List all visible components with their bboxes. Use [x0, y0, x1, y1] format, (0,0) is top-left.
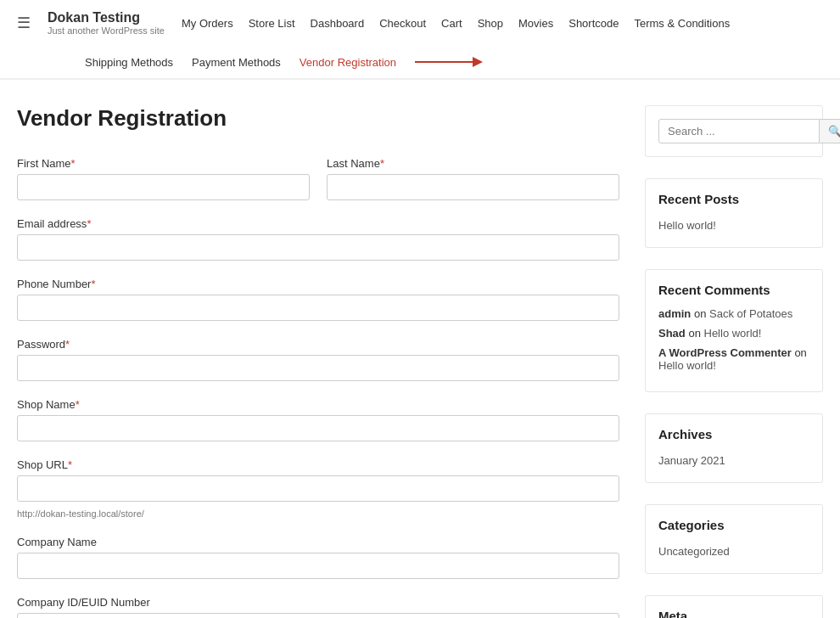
- phone-label: Phone Number*: [17, 278, 619, 290]
- recent-comments-title: Recent Comments: [658, 283, 809, 297]
- first-name-input[interactable]: [17, 174, 310, 200]
- category-uncategorized[interactable]: Uncategorized: [658, 542, 809, 560]
- comment-item-wp-commenter: A WordPress Commenter on Hello world!: [658, 346, 809, 372]
- company-name-label: Company Name: [17, 536, 619, 548]
- nav-shop[interactable]: Shop: [478, 17, 503, 30]
- page-title: Vendor Registration: [17, 105, 619, 132]
- archives-widget: Archives January 2021: [645, 413, 823, 483]
- sidebar: 🔍 Recent Posts Hello world! Recent Comme…: [645, 105, 823, 618]
- meta-widget: Meta Register Log in Entries feed Commen…: [645, 595, 823, 618]
- shop-url-hint: http://dokan-testing.local/store/: [17, 508, 619, 519]
- recent-comments-widget: Recent Comments admin on Sack of Potatoe…: [645, 269, 823, 392]
- search-button[interactable]: 🔍: [820, 119, 840, 143]
- site-title: Dokan Testing: [48, 10, 165, 25]
- main-nav: My Orders Store List Dashboard Checkout …: [182, 17, 730, 30]
- comment-item-shad: Shad on Hello world!: [658, 327, 809, 340]
- nav-dashboard[interactable]: Dashboard: [311, 17, 365, 30]
- name-row: First Name* Last Name*: [17, 157, 619, 200]
- first-name-group: First Name*: [17, 157, 310, 200]
- comment-link-hello-world-wp[interactable]: Hello world!: [658, 359, 716, 372]
- last-name-group: Last Name*: [327, 157, 619, 200]
- comment-author-admin: admin: [658, 307, 691, 320]
- subnav-shipping-methods[interactable]: Shipping Methods: [85, 56, 173, 69]
- company-id-label: Company ID/EUID Number: [17, 596, 619, 609]
- categories-title: Categories: [658, 518, 809, 532]
- categories-widget: Categories Uncategorized: [645, 504, 823, 574]
- email-group: Email address*: [17, 217, 619, 261]
- company-id-input[interactable]: [17, 613, 619, 618]
- archive-jan-2021[interactable]: January 2021: [658, 452, 809, 469]
- nav-terms-conditions[interactable]: Terms & Conditions: [634, 17, 730, 30]
- site-header: ☰ Dokan Testing Just another WordPress s…: [0, 0, 840, 80]
- phone-input[interactable]: [17, 295, 619, 321]
- password-group: Password*: [17, 338, 619, 381]
- company-name-group: Company Name: [17, 536, 619, 579]
- email-label: Email address*: [17, 217, 619, 230]
- nav-cart[interactable]: Cart: [441, 17, 462, 30]
- recent-posts-title: Recent Posts: [658, 192, 809, 206]
- search-box: 🔍: [658, 119, 809, 143]
- archives-title: Archives: [658, 427, 809, 441]
- vendor-registration-form: First Name* Last Name* Email address*: [17, 157, 619, 618]
- nav-my-orders[interactable]: My Orders: [182, 17, 233, 30]
- sub-nav: Shipping Methods Payment Methods Vendor …: [0, 46, 840, 79]
- search-widget: 🔍: [645, 105, 823, 157]
- arrow-indicator: [415, 54, 483, 70]
- last-name-label: Last Name*: [327, 157, 619, 170]
- recent-post-hello-world[interactable]: Hello world!: [658, 216, 809, 234]
- recent-posts-widget: Recent Posts Hello world!: [645, 178, 823, 248]
- content-area: Vendor Registration First Name* Last Nam…: [0, 80, 840, 618]
- comment-author-shad: Shad: [658, 327, 686, 340]
- comment-author-wp: A WordPress Commenter: [658, 346, 792, 359]
- comment-item-admin: admin on Sack of Potatoes: [658, 307, 809, 320]
- shop-name-group: Shop Name*: [17, 398, 619, 441]
- nav-shortcode[interactable]: Shortcode: [568, 17, 619, 30]
- subnav-vendor-registration[interactable]: Vendor Registration: [300, 56, 396, 69]
- company-id-group: Company ID/EUID Number: [17, 596, 619, 618]
- shop-url-input[interactable]: [17, 475, 619, 502]
- meta-title: Meta: [658, 609, 809, 618]
- main-content: Vendor Registration First Name* Last Nam…: [17, 105, 619, 618]
- nav-movies[interactable]: Movies: [518, 17, 553, 30]
- comment-link-hello-world-shad[interactable]: Hello world!: [704, 327, 762, 340]
- password-label: Password*: [17, 338, 619, 351]
- phone-group: Phone Number*: [17, 278, 619, 321]
- top-nav: ☰ Dokan Testing Just another WordPress s…: [0, 0, 840, 46]
- site-branding: ☰ Dokan Testing Just another WordPress s…: [17, 10, 165, 36]
- arrow-icon: [415, 54, 483, 70]
- site-description: Just another WordPress site: [48, 25, 165, 36]
- comment-link-sack-of-potatoes[interactable]: Sack of Potatoes: [709, 307, 792, 320]
- email-input[interactable]: [17, 234, 619, 261]
- shop-name-label: Shop Name*: [17, 398, 619, 411]
- shop-url-label: Shop URL*: [17, 458, 619, 471]
- nav-checkout[interactable]: Checkout: [379, 17, 426, 30]
- last-name-input[interactable]: [327, 174, 619, 200]
- shop-name-input[interactable]: [17, 415, 619, 441]
- subnav-payment-methods[interactable]: Payment Methods: [192, 56, 281, 69]
- search-input[interactable]: [658, 119, 820, 143]
- company-name-input[interactable]: [17, 553, 619, 579]
- hamburger-icon[interactable]: ☰: [17, 14, 31, 32]
- password-input[interactable]: [17, 355, 619, 381]
- nav-store-list[interactable]: Store List: [249, 17, 295, 30]
- shop-url-group: Shop URL* http://dokan-testing.local/sto…: [17, 458, 619, 519]
- first-name-label: First Name*: [17, 157, 310, 170]
